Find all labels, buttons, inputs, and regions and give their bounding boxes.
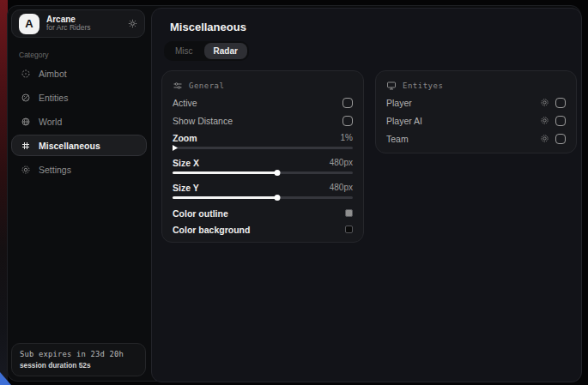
slider-label-row: Zoom 1% — [173, 130, 353, 145]
tab-bar: Misc Radar — [164, 41, 249, 61]
sidebar-item-label: Miscellaneous — [39, 141, 100, 151]
panel-title: Entityes — [403, 81, 443, 90]
main-content: Miscellaneous Misc Radar General Active — [151, 8, 582, 382]
gear-icon[interactable] — [128, 19, 137, 28]
setting-label: Zoom — [173, 133, 197, 143]
setting-label: Size X — [173, 158, 199, 168]
active-checkbox[interactable] — [342, 98, 353, 108]
slider-track[interactable] — [173, 147, 353, 149]
sliders-icon — [173, 81, 183, 91]
page-title: Miscellaneous — [170, 21, 246, 33]
zoom-slider[interactable] — [173, 145, 353, 151]
subscription-card: Sub expires in 23d 20h session duration … — [11, 343, 146, 376]
slider-value: 480px — [330, 158, 353, 167]
setting-label: Size Y — [173, 183, 199, 193]
monitor-icon — [386, 81, 397, 91]
setting-row-active: Active — [173, 93, 353, 111]
entity-row-player: Player — [386, 93, 566, 111]
slider-thumb[interactable] — [274, 170, 280, 176]
player-ai-checkbox[interactable] — [555, 116, 566, 126]
sidebar-item-aimbot[interactable]: Aimbot — [11, 63, 147, 84]
sidebar: A Arcane for Arc Riders Category — [8, 6, 151, 381]
general-panel: General Active Show Distance Zoom 1% — [161, 70, 364, 243]
app-window: A Arcane for Arc Riders Category — [7, 5, 581, 382]
brand-text: Arcane for Arc Riders — [46, 15, 121, 33]
setting-row-zoom: Zoom 1% — [173, 130, 353, 151]
session-duration-text: session duration 52s — [20, 361, 137, 370]
sidebar-item-label: Aimbot — [39, 69, 67, 79]
setting-row-size-x: Size X 480px — [173, 155, 353, 176]
slider-value: 1% — [341, 133, 353, 142]
setting-label: Color outline — [173, 208, 228, 219]
gear-icon[interactable] — [540, 98, 549, 107]
size-x-slider[interactable] — [173, 170, 353, 176]
crosshair-icon — [21, 69, 31, 79]
app-logo: A — [19, 14, 39, 34]
setting-row-color-background: Color background — [173, 221, 353, 238]
slider-label-row: Size X 480px — [173, 155, 353, 170]
entity-controls — [540, 134, 566, 144]
panel-title: General — [189, 81, 224, 90]
globe-icon — [21, 117, 31, 127]
brand-card: A Arcane for Arc Riders — [11, 9, 145, 38]
entities-panel: Entityes Player Player AI — [375, 70, 577, 153]
setting-label: Show Distance — [173, 116, 233, 126]
sidebar-item-label: World — [39, 117, 62, 127]
app-subtitle: for Arc Riders — [46, 24, 121, 33]
gear-icon[interactable] — [540, 134, 549, 143]
sidebar-item-label: Settings — [39, 165, 71, 175]
general-panel-header: General — [173, 78, 353, 93]
setting-label: Color background — [173, 225, 250, 235]
grid-icon — [21, 141, 31, 151]
color-outline-swatch[interactable] — [345, 209, 353, 217]
entity-row-team: Team — [386, 129, 566, 147]
setting-label: Active — [173, 98, 197, 108]
entities-icon — [21, 93, 31, 103]
screen: A Arcane for Arc Riders Category — [0, 0, 588, 385]
slider-value: 480px — [330, 183, 353, 192]
color-background-swatch[interactable] — [345, 226, 353, 233]
entity-label: Team — [386, 134, 409, 144]
entity-row-player-ai: Player AI — [386, 111, 566, 129]
slider-thumb[interactable] — [173, 145, 178, 151]
entity-label: Player — [386, 98, 412, 108]
setting-row-show-distance: Show Distance — [173, 111, 353, 129]
sub-expiry-text: Sub expires in 23d 20h — [20, 350, 137, 358]
entity-controls — [540, 98, 566, 108]
sidebar-nav: Aimbot Entities World — [11, 63, 147, 180]
tab-misc[interactable]: Misc — [166, 43, 203, 59]
gear-icon[interactable] — [540, 116, 549, 125]
slider-thumb[interactable] — [274, 195, 280, 201]
category-label: Category — [19, 51, 49, 59]
tab-radar[interactable]: Radar — [204, 43, 247, 59]
slider-label-row: Size Y 480px — [173, 180, 353, 195]
entity-controls — [540, 116, 566, 126]
sidebar-item-miscellaneous[interactable]: Miscellaneous — [11, 135, 147, 156]
entities-panel-header: Entityes — [386, 78, 566, 93]
setting-row-color-outline: Color outline — [173, 205, 353, 221]
sidebar-item-settings[interactable]: Settings — [11, 159, 147, 180]
gear-icon — [21, 165, 31, 175]
size-y-slider[interactable] — [173, 195, 353, 201]
team-checkbox[interactable] — [555, 134, 566, 144]
slider-fill — [173, 171, 277, 174]
sidebar-item-entities[interactable]: Entities — [11, 87, 147, 108]
player-checkbox[interactable] — [555, 98, 566, 108]
sidebar-item-label: Entities — [39, 93, 68, 103]
slider-fill — [173, 196, 277, 199]
sidebar-item-world[interactable]: World — [11, 111, 147, 132]
show-distance-checkbox[interactable] — [342, 116, 353, 126]
setting-row-size-y: Size Y 480px — [173, 180, 353, 201]
entity-label: Player AI — [386, 116, 422, 126]
